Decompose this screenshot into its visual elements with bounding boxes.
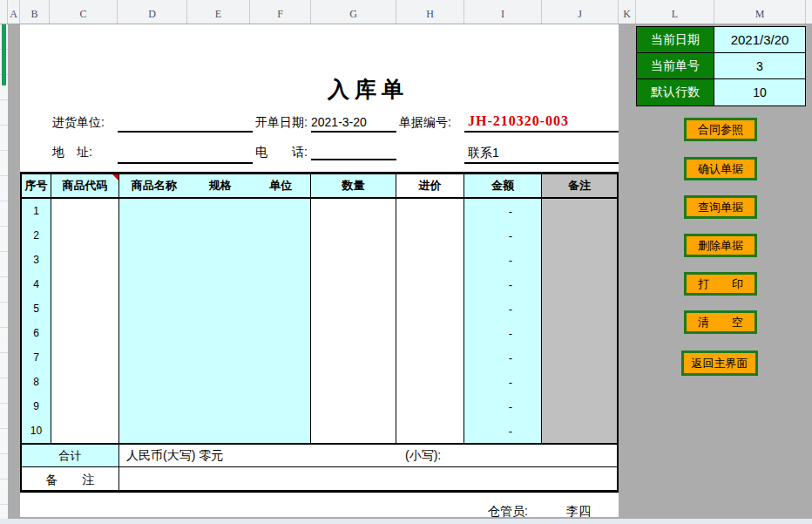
current-docno-value[interactable]: 3 — [714, 53, 805, 78]
column-header-m[interactable]: M — [714, 0, 806, 24]
amount-cell[interactable]: - — [464, 223, 541, 248]
left-row-strip — [0, 24, 8, 524]
seq-cell[interactable]: 8 — [22, 370, 51, 394]
amount-cell[interactable]: - — [464, 394, 541, 419]
column-a-gray-band — [8, 24, 20, 524]
doc-no-label: 单据编号: — [399, 112, 451, 133]
amount-cell[interactable]: - — [464, 248, 541, 272]
bottom-edge-strip — [0, 519, 812, 524]
info-row-defaultrows: 默认行数 10 — [637, 79, 805, 105]
remark-column[interactable] — [542, 199, 617, 443]
seq-cell[interactable]: 2 — [22, 223, 51, 248]
contract-reference-button[interactable]: 合同参照 — [684, 118, 757, 141]
order-date-value: 2021-3-20 — [311, 115, 367, 129]
print-button[interactable]: 打 印 — [684, 272, 757, 296]
amount-cell[interactable]: - — [464, 370, 541, 394]
column-header-f[interactable]: F — [250, 0, 311, 24]
column-header-b[interactable]: B — [20, 0, 50, 24]
amount-cell[interactable]: - — [464, 345, 541, 370]
header-code-label: 商品代码 — [63, 178, 108, 194]
order-date-field[interactable]: 2021-3-20 — [311, 112, 396, 133]
column-header-i[interactable]: I — [464, 0, 542, 24]
column-header-stub — [0, 0, 8, 24]
column-header-k[interactable]: K — [619, 0, 636, 24]
seq-cell[interactable]: 1 — [22, 199, 51, 223]
items-table: 序号 商品代码 商品名称 规格 单位 数量 进价 金额 备注 — [20, 172, 619, 493]
amount-cell[interactable]: - — [464, 272, 541, 296]
header-price[interactable]: 进价 — [396, 174, 464, 197]
query-document-button[interactable]: 查询单据 — [684, 195, 757, 219]
current-docno-label: 当前单号 — [637, 53, 714, 78]
back-to-main-button[interactable]: 返回主界面 — [681, 350, 758, 376]
phone-field[interactable] — [311, 140, 396, 160]
info-row-date: 当前日期 2021/3/20 — [637, 27, 805, 53]
header-name-spec-unit[interactable]: 商品名称 规格 单位 — [119, 174, 311, 197]
confirm-document-button[interactable]: 确认单据 — [684, 157, 757, 180]
seq-column: 1 2 3 4 5 6 7 8 9 10 — [22, 199, 51, 443]
header-remark[interactable]: 备注 — [542, 174, 617, 197]
code-column[interactable] — [51, 199, 119, 443]
contact-field[interactable]: 联系1 — [464, 141, 619, 164]
seq-cell[interactable]: 10 — [22, 419, 51, 443]
seq-cell[interactable]: 6 — [22, 321, 51, 345]
column-header-d[interactable]: D — [118, 0, 187, 24]
total-row: 合计 人民币(大写) 零元 (小写): — [22, 443, 617, 466]
items-table-header: 序号 商品代码 商品名称 规格 单位 数量 进价 金额 备注 — [22, 174, 617, 199]
contact-value: 联系1 — [468, 146, 499, 160]
column-header-c[interactable]: C — [50, 0, 118, 24]
amount-column: - - - - - - - - - - — [464, 199, 542, 443]
amount-cell[interactable]: - — [464, 321, 541, 345]
header-amount[interactable]: 金额 — [464, 174, 542, 197]
total-label-cell[interactable]: 合计 — [22, 445, 119, 466]
header-name: 商品名称 — [119, 178, 189, 194]
column-header-h[interactable]: H — [396, 0, 464, 24]
current-date-value[interactable]: 2021/3/20 — [714, 27, 805, 52]
column-header-bar: A B C D E F G H I J K L M — [0, 0, 812, 24]
stock-in-form-sheet: 入库单 进货单位: 开单日期: 2021-3-20 单据编号: JH-21032… — [20, 24, 619, 517]
header-seq[interactable]: 序号 — [22, 174, 51, 197]
doc-no-value: JH-210320-003 — [464, 113, 569, 128]
merged-header-labels: 商品名称 规格 单位 — [119, 174, 310, 197]
amount-cell[interactable]: - — [464, 419, 541, 443]
column-header-l[interactable]: L — [636, 0, 714, 24]
keeper-name[interactable]: 李四 — [566, 501, 591, 521]
default-rows-value[interactable]: 10 — [714, 79, 805, 105]
column-header-g[interactable]: G — [311, 0, 396, 24]
amount-cell[interactable]: - — [464, 199, 541, 223]
comment-marker-icon — [112, 174, 118, 180]
remark-row: 备 注 — [22, 466, 617, 493]
supplier-label: 进货单位: — [52, 112, 105, 133]
remark-label-cell: 备 注 — [22, 467, 119, 493]
info-panel: 当前日期 2021/3/20 当前单号 3 默认行数 10 — [636, 26, 806, 106]
order-date-label: 开单日期: — [255, 112, 308, 133]
keeper-label: 仓管员: — [488, 501, 528, 521]
seq-cell[interactable]: 7 — [22, 345, 51, 370]
left-green-bar — [2, 24, 6, 85]
header-spec: 规格 — [189, 178, 252, 194]
header-unit: 单位 — [251, 178, 310, 194]
remark-input-cell[interactable] — [119, 467, 617, 493]
seq-cell[interactable]: 3 — [22, 248, 51, 272]
column-header-j[interactable]: J — [542, 0, 619, 24]
name-spec-unit-column[interactable] — [119, 199, 311, 443]
info-row-docno: 当前单号 3 — [637, 53, 805, 79]
header-code[interactable]: 商品代码 — [51, 174, 119, 197]
seq-cell[interactable]: 9 — [22, 394, 51, 419]
amount-in-words-cell[interactable]: 人民币(大写) 零元 — [119, 445, 617, 466]
doc-no-field[interactable]: JH-210320-003 — [464, 111, 619, 133]
address-field[interactable] — [118, 141, 253, 164]
delete-document-button[interactable]: 删除单据 — [684, 234, 757, 257]
seq-cell[interactable]: 5 — [22, 296, 51, 321]
form-title: 入库单 — [118, 75, 619, 104]
seq-cell[interactable]: 4 — [22, 272, 51, 296]
price-column[interactable] — [396, 199, 464, 443]
qty-column[interactable] — [311, 199, 396, 443]
header-qty[interactable]: 数量 — [311, 174, 396, 197]
spreadsheet-window: A B C D E F G H I J K L M 入库单 进货单位: 开单日期… — [0, 0, 812, 524]
amount-cell[interactable]: - — [464, 296, 541, 321]
supplier-field[interactable] — [118, 112, 253, 133]
amount-in-digits-label[interactable]: (小写): — [405, 445, 441, 466]
clear-button[interactable]: 清 空 — [684, 310, 757, 334]
column-header-e[interactable]: E — [187, 0, 250, 24]
column-header-a[interactable]: A — [8, 0, 20, 24]
